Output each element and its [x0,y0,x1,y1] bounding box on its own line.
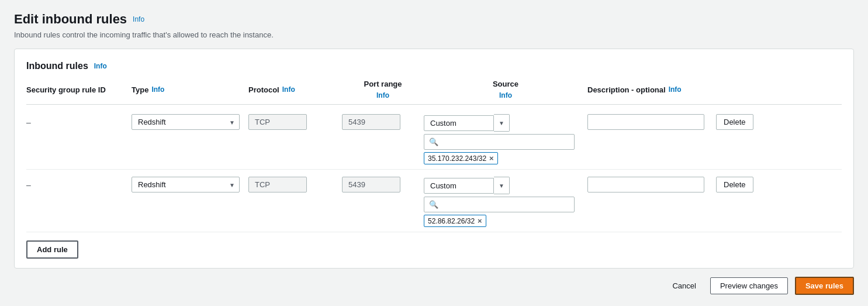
actions-cell-1: Delete [716,114,774,130]
port-input-2[interactable] [342,177,400,192]
description-input-1[interactable] [587,114,704,130]
source-select-1[interactable]: Custom [424,115,494,131]
page-wrapper: Edit inbound rules Info Inbound rules co… [0,0,868,269]
source-cell-1: Custom ▼ 🔍 35.170.232.243/32 × [424,114,587,164]
delete-button-1[interactable]: Delete [716,114,753,130]
source-cell-content-1: Custom ▼ 🔍 35.170.232.243/32 × [424,114,575,164]
col-header-rule-id: Security group rule ID [26,80,132,99]
ip-value-1: 35.170.232.243/32 [428,154,486,163]
protocol-input-1[interactable] [248,114,307,130]
source-select-wrapper-2: Custom ▼ [424,177,575,194]
actions-cell-2: Delete [716,177,774,192]
ip-tag-1: 35.170.232.243/32 × [424,152,498,164]
page-title-row: Edit inbound rules Info [14,12,854,27]
description-cell-2 [587,177,716,192]
ip-value-2: 52.86.82.26/32 [428,217,475,225]
add-rule-section: Add rule [26,240,842,259]
search-icon-2: 🔍 [429,200,438,209]
table-row: – Redshift ▼ Cust [26,170,842,232]
source-select-wrapper-1: Custom ▼ [424,114,575,132]
type-cell-2: Redshift ▼ [132,177,248,192]
table-header-row: Security group rule ID Type Info Protoco… [26,80,842,105]
source-search-input-1[interactable] [424,135,574,149]
inbound-rules-card: Inbound rules Info Security group rule I… [14,49,854,269]
description-cell-1 [587,114,716,130]
port-input-1[interactable] [342,114,400,130]
rule-id-cell-2: – [26,177,132,190]
type-select-2[interactable]: Redshift [132,177,240,192]
description-input-2[interactable] [587,177,704,192]
preview-changes-button[interactable]: Preview changes [710,277,788,294]
page-subtitle: Inbound rules control the incoming traff… [14,30,854,39]
type-select-wrapper-1[interactable]: Redshift ▼ [132,114,240,130]
card-header: Inbound rules Info [26,61,842,71]
source-cell-content-2: Custom ▼ 🔍 52.86.82.26/32 × [424,177,575,227]
ip-tag-close-2[interactable]: × [478,216,482,225]
type-info-link[interactable]: Info [151,85,164,94]
table-row: – Redshift ▼ Cust [26,107,842,170]
col-header-actions [716,80,774,99]
source-dropdown-btn-2[interactable]: ▼ [494,177,510,194]
save-rules-button[interactable]: Save rules [795,277,854,295]
source-dropdown-btn-1[interactable]: ▼ [494,114,510,132]
source-search-wrapper-2: 🔍 [424,197,575,212]
add-rule-button[interactable]: Add rule [26,240,78,259]
source-search-wrapper-1: 🔍 [424,134,575,150]
type-cell-1: Redshift ▼ [132,114,248,130]
source-search-input-2[interactable] [424,197,574,212]
type-select-wrapper-2[interactable]: Redshift ▼ [132,177,240,192]
search-icon-1: 🔍 [429,137,438,146]
col-header-description: Description - optional Info [587,80,716,99]
port-range-info-link[interactable]: Info [376,91,389,99]
col-header-source: Source Info [424,80,587,99]
source-cell-2: Custom ▼ 🔍 52.86.82.26/32 × [424,177,587,227]
card-header-label: Inbound rules [26,61,88,71]
port-cell-2 [342,177,424,192]
ip-tag-close-1[interactable]: × [489,154,494,163]
protocol-info-link[interactable]: Info [282,85,295,94]
description-info-link[interactable]: Info [669,85,682,94]
protocol-cell-1 [248,114,342,130]
delete-button-2[interactable]: Delete [716,177,753,192]
cancel-button[interactable]: Cancel [665,278,703,294]
col-header-type: Type Info [132,80,248,99]
footer: Cancel Preview changes Save rules [0,269,868,303]
type-select-1[interactable]: Redshift [132,114,240,130]
page-title: Edit inbound rules [14,12,127,27]
col-header-port-range: Port range Info [342,80,424,99]
page-info-link[interactable]: Info [133,15,144,23]
rule-id-cell-1: – [26,114,132,127]
source-info-link[interactable]: Info [499,91,512,99]
protocol-cell-2 [248,177,342,192]
card-info-link[interactable]: Info [94,62,107,70]
protocol-input-2[interactable] [248,177,307,192]
port-cell-1 [342,114,424,130]
ip-tag-2: 52.86.82.26/32 × [424,215,486,227]
source-select-2[interactable]: Custom [424,178,494,194]
col-header-protocol: Protocol Info [248,80,342,99]
